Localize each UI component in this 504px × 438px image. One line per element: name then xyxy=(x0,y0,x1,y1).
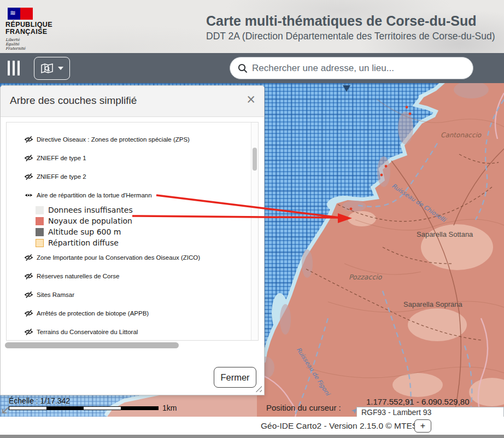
chevron-down-icon xyxy=(58,67,63,70)
eye-off-icon[interactable] xyxy=(24,136,33,143)
eye-off-icon[interactable] xyxy=(24,254,33,261)
bottom-edge xyxy=(0,435,504,438)
logo-line2: FRANÇAISE xyxy=(5,28,71,36)
logo-name: RÉPUBLIQUE FRANÇAISE xyxy=(5,21,71,36)
republique-francaise-logo: RÉPUBLIQUE FRANÇAISE Liberté Égalité Fra… xyxy=(5,8,71,51)
basemap-selector-button[interactable] xyxy=(34,57,70,80)
resize-handle[interactable] xyxy=(255,385,262,392)
layer-item-appb[interactable]: Arrêtés de protection de biotope (APPB) xyxy=(7,304,258,323)
legend-swatch xyxy=(36,206,44,214)
legend-item: Noyaux de population xyxy=(7,215,258,226)
collapse-corner-icon[interactable] xyxy=(1,406,10,414)
legend-item: Altitude sup 600 m xyxy=(7,226,258,237)
eye-off-icon[interactable] xyxy=(24,173,33,180)
toolbar xyxy=(0,53,504,83)
scale-bar-label: 1km xyxy=(162,404,177,412)
panel-title: Arbre des couches simplifié xyxy=(10,95,137,107)
search-bar[interactable] xyxy=(230,57,473,79)
layer-item-zico[interactable]: Zone Importante pour la Conservation des… xyxy=(7,248,258,267)
eye-off-icon[interactable] xyxy=(24,328,33,336)
map-label-cantonaccio: Cantonaccio xyxy=(441,131,481,139)
eye-off-icon[interactable] xyxy=(24,291,33,299)
scale-bar xyxy=(9,406,159,410)
legend-swatch xyxy=(36,228,44,236)
legend-item: Donnees insuffisantes xyxy=(7,205,258,215)
layer-panel-toggle-icon[interactable] xyxy=(8,61,20,75)
layer-item-reserves[interactable]: Réserves naturelles de Corse xyxy=(7,267,258,285)
cursor-position-label: Position du curseur : xyxy=(266,403,341,412)
map-label-pozzaccio: Pozzaccio xyxy=(349,273,382,281)
footer-version-text: Géo-IDE Carto2 - Version 2.15.0 © MTES xyxy=(261,421,418,431)
search-input[interactable] xyxy=(252,63,465,74)
scale-text: Échelle : 1/17.342 xyxy=(9,396,70,405)
close-panel-button[interactable]: Fermer xyxy=(214,367,256,388)
french-flag-icon xyxy=(8,8,33,20)
panel-header: Arbre des couches simplifié × xyxy=(1,86,264,117)
layer-tree-panel: Arbre des couches simplifié × Directive … xyxy=(0,85,265,395)
scrollbar-thumb[interactable] xyxy=(5,342,179,348)
layer-list: Directive Oiseaux : Zones de protection … xyxy=(6,122,259,341)
add-button[interactable]: + xyxy=(414,419,431,433)
map-label-saparella-soprana: Saparella Soprana xyxy=(403,300,462,308)
layer-item-zps[interactable]: Directive Oiseaux : Zones de protection … xyxy=(7,130,258,149)
legend-item: Répartition diffuse xyxy=(7,237,258,248)
eye-off-icon[interactable] xyxy=(24,309,33,317)
logo-motto: Liberté Égalité Fraternité xyxy=(5,38,71,51)
layer-item-littoral[interactable]: Terrains du Conservatoire du Littoral xyxy=(7,323,258,341)
legend-swatch xyxy=(36,217,44,225)
eye-off-icon[interactable] xyxy=(24,272,33,280)
layer-item-znieff2[interactable]: ZNIEFF de type 2 xyxy=(7,167,258,186)
map-marker-icon xyxy=(343,85,350,92)
scrollbar-thumb[interactable] xyxy=(253,148,257,171)
cursor-coordinates: 1.177.552,91 - 6.090.529,80 xyxy=(366,397,470,406)
app-header: RÉPUBLIQUE FRANÇAISE Liberté Égalité Fra… xyxy=(0,0,504,53)
page-title: Carte multi-thématiques de Corse-du-Sud xyxy=(206,13,504,29)
layer-item-tortue-hermann[interactable]: Aire de répartition de la tortue d'Herma… xyxy=(7,186,258,205)
search-icon xyxy=(238,63,248,73)
crs-select[interactable]: RGF93 - Lambert 93 xyxy=(356,407,504,418)
horizontal-scrollbar[interactable] xyxy=(5,342,260,349)
legend-swatch xyxy=(36,239,44,247)
map-search-icon xyxy=(40,63,54,74)
app-footer: Géo-IDE Carto2 - Version 2.15.0 © MTES + xyxy=(0,417,504,435)
page-subtitle: DDT 2A (Direction Départementale des Ter… xyxy=(206,31,504,42)
close-icon[interactable]: × xyxy=(247,91,255,108)
eye-off-icon[interactable] xyxy=(24,154,33,162)
vertical-scrollbar[interactable] xyxy=(251,122,258,340)
layer-item-ramsar[interactable]: Sites Ramsar xyxy=(7,285,258,304)
map-label-saparella-sottana: Saparella Sottana xyxy=(417,230,473,238)
layer-item-znieff1[interactable]: ZNIEFF de type 1 xyxy=(7,149,258,167)
eye-on-icon[interactable] xyxy=(24,191,33,199)
